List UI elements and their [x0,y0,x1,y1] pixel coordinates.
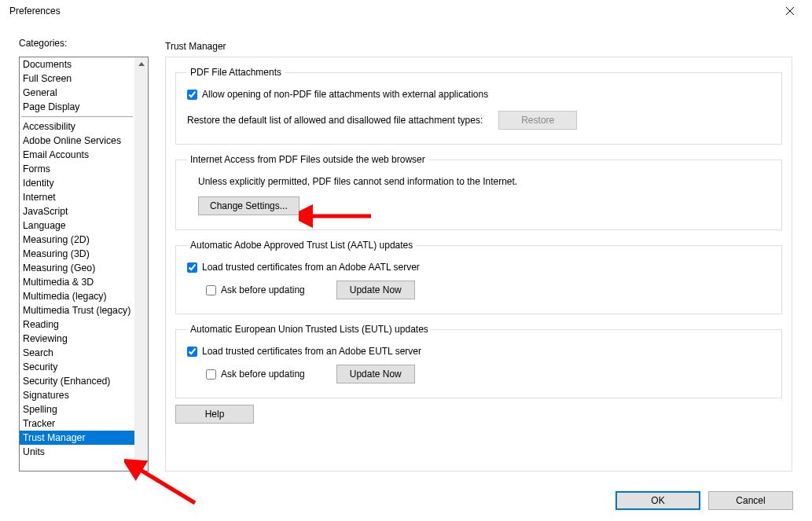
aatl-load-checkbox[interactable] [187,262,197,273]
aatl-ask-checkbox[interactable] [206,285,216,295]
scroll-up-button[interactable] [134,57,148,71]
aatl-legend: Automatic Adobe Approved Trust List (AAT… [187,240,416,251]
window-title: Preferences [9,6,61,17]
change-settings-button[interactable]: Change Settings... [198,196,299,215]
category-item[interactable]: Language [20,218,134,233]
close-button[interactable] [774,0,806,22]
dialog-footer: OK Cancel [615,491,793,510]
category-item[interactable]: Reading [20,317,134,332]
categories-scrollbar[interactable] [134,57,148,471]
allow-nonpdf-label: Allow opening of non-PDF file attachment… [202,89,488,100]
internet-access-description: Unless explicitly permitted, PDF files c… [198,176,517,187]
category-item[interactable]: Reviewing [20,332,134,346]
internet-access-legend: Internet Access from PDF Files outside t… [187,154,428,165]
eutl-group: Automatic European Union Trusted Lists (… [175,324,782,398]
category-item[interactable]: Tracker [20,416,134,431]
allow-nonpdf-checkbox[interactable] [187,90,197,100]
aatl-group: Automatic Adobe Approved Trust List (AAT… [175,240,782,314]
category-item[interactable]: Spelling [20,402,134,416]
pdf-attachments-group: PDF File Attachments Allow opening of no… [175,67,782,145]
category-item[interactable]: Page Display [20,100,134,114]
category-item[interactable]: Identity [20,176,134,190]
svg-marker-2 [138,62,145,66]
settings-panel: PDF File Attachments Allow opening of no… [165,57,792,471]
restore-description: Restore the default list of allowed and … [187,115,483,126]
aatl-load-label: Load trusted certificates from an Adobe … [202,262,420,273]
categories-listbox[interactable]: DocumentsFull ScreenGeneralPage DisplayA… [19,57,149,471]
eutl-load-label: Load trusted certificates from an Adobe … [202,346,421,357]
category-item[interactable]: Accessibility [20,119,134,134]
category-item[interactable]: Multimedia & 3D [20,275,134,289]
svg-marker-3 [138,462,145,466]
cancel-button[interactable]: Cancel [708,491,793,510]
category-item[interactable]: Security (Enhanced) [20,374,134,388]
eutl-legend: Automatic European Union Trusted Lists (… [187,324,432,335]
category-item[interactable]: Internet [20,190,134,204]
eutl-ask-checkbox[interactable] [206,369,216,380]
category-item[interactable]: Adobe Online Services [20,134,134,148]
close-icon [786,7,794,15]
aatl-ask-label: Ask before updating [221,284,305,295]
panel-title: Trust Manager [165,41,226,52]
ok-button[interactable]: OK [615,491,700,510]
categories-label: Categories: [19,38,793,49]
eutl-ask-label: Ask before updating [221,369,305,380]
category-item[interactable]: Units [20,445,134,459]
category-item[interactable]: Measuring (Geo) [20,261,134,275]
internet-access-group: Internet Access from PDF Files outside t… [175,154,782,230]
category-item[interactable]: Signatures [20,388,134,402]
aatl-update-button[interactable]: Update Now [336,281,415,299]
category-item[interactable]: Trust Manager [20,431,134,445]
category-item[interactable]: Measuring (3D) [20,247,134,261]
category-item[interactable]: Search [20,346,134,360]
category-item[interactable]: Email Accounts [20,148,134,162]
scroll-track[interactable] [134,71,148,457]
scroll-down-button[interactable] [134,457,148,471]
category-item[interactable]: JavaScript [20,204,134,218]
chevron-down-icon [138,462,145,466]
category-item[interactable]: Measuring (2D) [20,233,134,247]
eutl-load-checkbox[interactable] [187,347,197,357]
category-item[interactable]: Multimedia (legacy) [20,289,134,303]
category-item[interactable]: Security [20,360,134,374]
category-item[interactable]: Multimedia Trust (legacy) [20,303,134,317]
help-button[interactable]: Help [175,405,254,424]
titlebar: Preferences [0,0,812,22]
category-item[interactable]: General [20,86,134,100]
category-item[interactable]: Full Screen [20,72,134,86]
category-item[interactable]: Forms [20,162,134,176]
category-separator [21,116,133,117]
category-item[interactable]: Documents [20,57,134,72]
restore-button[interactable]: Restore [498,111,577,130]
eutl-update-button[interactable]: Update Now [336,365,415,383]
pdf-attachments-legend: PDF File Attachments [187,67,285,78]
chevron-up-icon [138,62,145,66]
